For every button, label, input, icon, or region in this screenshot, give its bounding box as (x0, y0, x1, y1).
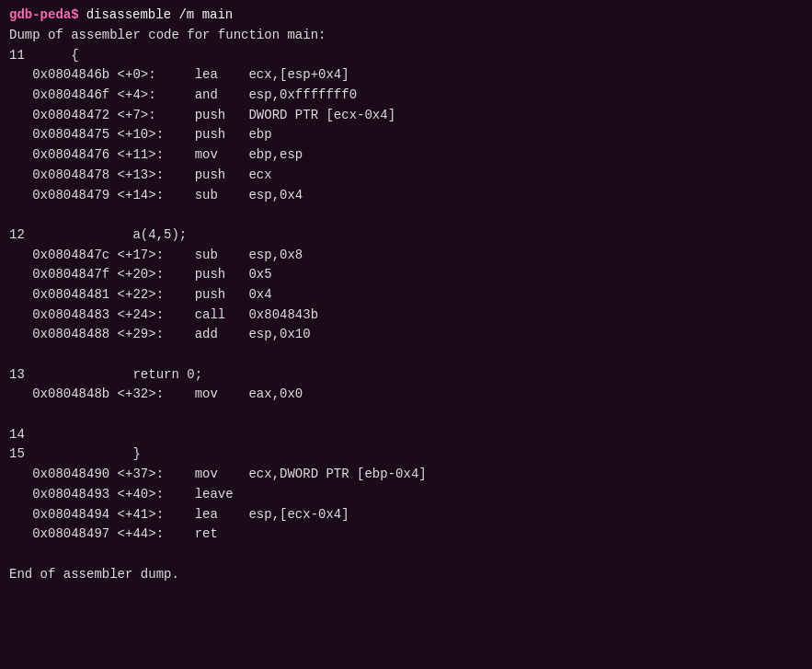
dump-header: Dump of assembler code for function main… (9, 28, 326, 42)
asm-line: 0x08048490 <+37>: mov ecx,DWORD PTR [ebp… (9, 467, 427, 481)
asm-line: 0x08048472 <+7>: push DWORD PTR [ecx-0x4… (9, 108, 395, 122)
asm-line: 0x0804846f <+4>: and esp,0xfffffff0 (9, 87, 357, 102)
asm-line: 0x08048479 <+14>: sub esp,0x4 (9, 188, 303, 202)
asm-line: 0x08048475 <+10>: push ebp (9, 127, 272, 142)
disassembly-output: Dump of assembler code for function main… (9, 26, 803, 584)
asm-line: 0x08048481 <+22>: push 0x4 (9, 287, 272, 302)
prompt-name: gdb-peda (9, 7, 71, 22)
source-line: 14 (9, 427, 25, 442)
prompt-command: disassemble /m main (86, 7, 234, 22)
source-line: 13 return 0; (9, 367, 202, 382)
end-line: End of assembler dump. (9, 567, 179, 582)
asm-line: 0x08048494 <+41>: lea esp,[ecx-0x4] (9, 507, 349, 522)
asm-line: 0x0804847f <+20>: push 0x5 (9, 267, 272, 282)
asm-line: 0x0804846b <+0>: lea ecx,[esp+0x4] (9, 67, 349, 82)
prompt-line: gdb-peda$disassemble /m main (9, 7, 803, 22)
source-line: 11 { (9, 48, 79, 63)
asm-line: 0x0804848b <+32>: mov eax,0x0 (9, 386, 303, 401)
terminal: gdb-peda$disassemble /m main Dump of ass… (0, 0, 812, 669)
asm-line: 0x08048497 <+44>: ret (9, 526, 218, 541)
source-line: 12 a(4,5); (9, 227, 187, 242)
asm-line: 0x08048488 <+29>: add esp,0x10 (9, 327, 311, 341)
asm-line: 0x0804847c <+17>: sub esp,0x8 (9, 248, 303, 262)
asm-line: 0x08048478 <+13>: push ecx (9, 167, 272, 182)
prompt-dollar: $ (71, 7, 78, 22)
asm-line: 0x08048476 <+11>: mov ebp,esp (9, 147, 303, 162)
asm-line: 0x08048493 <+40>: leave (9, 487, 234, 502)
asm-line: 0x08048483 <+24>: call 0x804843b (9, 307, 326, 322)
source-line: 15 } (9, 446, 141, 461)
